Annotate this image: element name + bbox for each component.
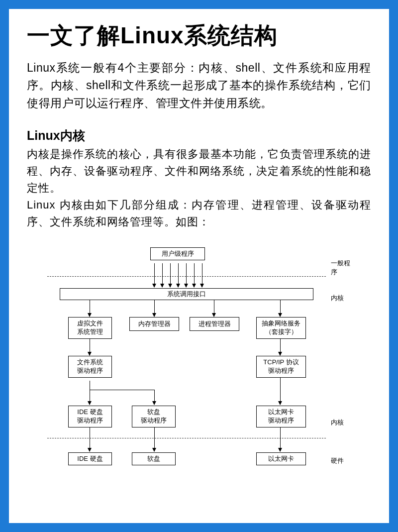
box-eth-line2: 驱动程序 — [268, 417, 294, 425]
arrow-fan-2 — [162, 263, 163, 287]
dashed-separator-1 — [47, 276, 326, 277]
box-net-line1: 抽象网络服务 — [262, 319, 300, 328]
section-paragraph-1: 内核是操作系统的核心，具有很多最基本功能，它负责管理系统的进程、内存、设备驱动程… — [27, 146, 371, 197]
dashed-separator-2 — [47, 438, 326, 438]
box-fsdrv-line2: 驱动程序 — [77, 367, 103, 375]
box-ide-line2: 驱动程序 — [77, 417, 103, 425]
box-tcp-line1: TCP/IP 协议 — [263, 358, 298, 367]
box-ethernet-driver: 以太网卡 驱动程序 — [256, 406, 306, 427]
box-floppy-driver: 软盘 驱动程序 — [132, 406, 176, 427]
arrow-sci-mem — [154, 300, 155, 317]
box-net-line2: （套接字） — [265, 328, 298, 336]
box-tcp-line2: 驱动程序 — [268, 367, 294, 375]
box-ethhw-text: 以太网卡 — [268, 455, 294, 463]
arrow-fs-floppy — [154, 390, 155, 405]
arrow-ide-hw — [90, 427, 90, 451]
arrow-tcp-eth — [280, 378, 281, 405]
box-sci-text: 系统调用接口 — [167, 290, 206, 299]
box-ide-driver: IDE 硬盘 驱动程序 — [68, 406, 112, 427]
box-ide-hw: IDE 硬盘 — [68, 452, 112, 465]
box-user-programs: 用户级程序 — [150, 247, 205, 260]
page-title: 一文了解Linux系统结构 — [27, 23, 371, 48]
box-vfs: 虚拟文件 系统管理 — [68, 317, 112, 339]
arrow-sci-net — [280, 300, 281, 317]
box-idehw-text: IDE 硬盘 — [77, 455, 102, 463]
box-tcpip-driver: TCP/IP 协议 驱动程序 — [256, 356, 306, 378]
box-eth-line1: 以太网卡 — [268, 408, 294, 417]
box-system-call-interface: 系统调用接口 — [60, 288, 313, 300]
arrow-vfs-fsdrv — [90, 339, 90, 355]
box-mem-text: 内存管理器 — [138, 320, 171, 328]
box-floppyhw-text: 软盘 — [147, 455, 160, 463]
arrow-fan-6 — [194, 263, 195, 287]
arrow-fan-3 — [170, 263, 171, 287]
label-hardware: 硬件 — [331, 456, 344, 465]
seg-fs-down — [90, 381, 90, 390]
architecture-diagram: 一般程序 内核 内核 硬件 用户级程序 系统调用接口 虚拟文件 系统管理 内 — [47, 241, 351, 489]
label-kernel-lower: 内核 — [331, 418, 344, 427]
arrow-net-tcp — [280, 339, 281, 355]
box-memory-manager: 内存管理器 — [129, 317, 179, 331]
box-vfs-line1: 虚拟文件 — [77, 319, 103, 328]
box-floppy-line1: 软盘 — [147, 408, 160, 417]
arrow-fan-5 — [186, 263, 187, 287]
box-user-programs-text: 用户级程序 — [162, 250, 194, 258]
section-paragraph-2: Linux 内核由如下几部分组成：内存管理、进程管理、设备驱动程序、文件系统和网… — [27, 197, 371, 230]
box-floppy-hw: 软盘 — [132, 452, 176, 465]
box-proc-text: 进程管理器 — [199, 320, 231, 328]
label-kernel-upper: 内核 — [331, 294, 344, 303]
box-ide-line1: IDE 硬盘 — [77, 408, 102, 417]
box-vfs-line2: 系统管理 — [77, 328, 103, 336]
box-abstract-network: 抽象网络服务 （套接字） — [256, 317, 306, 339]
section-heading: Linux内核 — [27, 127, 371, 144]
arrow-sci-vfs — [90, 300, 90, 317]
seg-fs-horiz — [90, 390, 154, 390]
arrow-sci-proc — [214, 300, 214, 317]
label-general: 一般程序 — [331, 259, 351, 277]
arrow-fan-1 — [154, 263, 155, 287]
arrow-eth-hw — [280, 427, 281, 451]
arrow-fs-ide — [90, 390, 90, 405]
arrow-fan-7 — [202, 263, 202, 287]
box-floppy-line2: 驱动程序 — [141, 417, 167, 425]
arrow-fan-4 — [178, 263, 179, 287]
document-page: 一文了解Linux系统结构 Linux系统一般有4个主要部分：内核、shell、… — [9, 9, 389, 523]
box-process-manager: 进程管理器 — [190, 317, 239, 331]
box-fsdrv-line1: 文件系统 — [77, 358, 103, 367]
box-fs-drivers: 文件系统 驱动程序 — [68, 356, 112, 378]
box-ethernet-hw: 以太网卡 — [256, 452, 306, 465]
intro-paragraph: Linux系统一般有4个主要部分：内核、shell、文件系统和应用程序。内核、s… — [27, 59, 371, 112]
arrow-floppy-hw — [154, 427, 155, 451]
